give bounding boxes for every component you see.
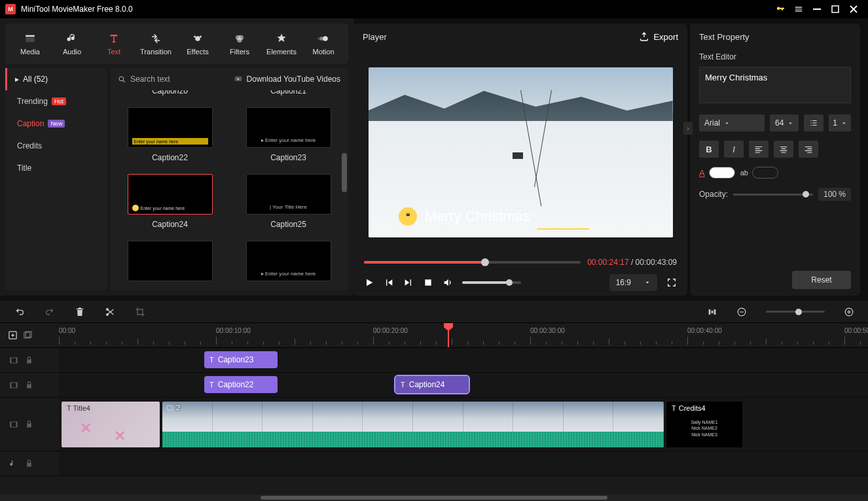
next-frame-button[interactable] [403, 277, 414, 288]
maximize-icon[interactable] [826, 0, 844, 18]
svg-point-10 [318, 37, 321, 41]
snap-button[interactable] [707, 307, 717, 317]
audio-track [0, 451, 868, 476]
category-title[interactable]: Title [5, 157, 107, 179]
minimize-icon[interactable] [808, 0, 826, 18]
lock-icon[interactable] [25, 459, 33, 468]
play-button[interactable] [364, 277, 374, 288]
lock-icon[interactable] [25, 356, 33, 364]
quote-icon: ❝ [399, 207, 417, 226]
timeline-clip-caption23[interactable]: TCaption23 [204, 351, 278, 368]
close-icon[interactable] [844, 0, 863, 18]
panel-collapse-icon[interactable]: › [683, 122, 693, 135]
text-editor-input[interactable] [699, 67, 851, 103]
align-left-button[interactable] [749, 141, 769, 158]
asset-thumb[interactable]: | Your Title HereCaption25 [238, 174, 339, 229]
reset-button[interactable]: Reset [792, 271, 851, 289]
license-key-icon[interactable] [771, 0, 789, 18]
highlight-color-control[interactable]: ab [740, 167, 778, 179]
asset-thumb[interactable]: Caption20 [119, 90, 221, 95]
svg-rect-20 [740, 311, 744, 312]
line-height-select[interactable]: 1 [829, 114, 851, 131]
category-credits[interactable]: Credits [5, 135, 107, 157]
asset-thumb[interactable]: ▸ Enter your name hereCaption23 [238, 107, 339, 162]
property-title: Text Property [699, 32, 750, 42]
crop-button[interactable] [135, 307, 145, 317]
align-right-button[interactable] [799, 141, 818, 158]
grid-scrollbar[interactable] [342, 153, 347, 192]
category-trending[interactable]: TrendingHot [5, 90, 107, 112]
asset-thumb[interactable]: Caption21 [238, 90, 339, 95]
add-track-button[interactable] [8, 330, 18, 340]
redo-button[interactable] [45, 307, 55, 317]
asset-thumb[interactable]: Enter your name hereCaption22 [119, 107, 221, 162]
font-size-select[interactable]: 64 [770, 114, 799, 131]
opacity-slider[interactable] [733, 194, 813, 196]
prev-frame-button[interactable] [384, 277, 394, 288]
svg-point-4 [200, 36, 202, 38]
library-panel: Media Audio Text Transition Effects Filt… [0, 18, 353, 296]
download-link[interactable]: Download YouTube Videos [234, 75, 340, 84]
category-caption[interactable]: CaptionNew [5, 112, 107, 135]
svg-rect-33 [10, 382, 12, 387]
export-button[interactable]: Export [639, 31, 678, 42]
tab-transition[interactable]: Transition [135, 26, 177, 61]
text-color-control[interactable]: A [699, 167, 735, 179]
bold-button[interactable]: B [699, 141, 719, 158]
lock-icon[interactable] [25, 420, 33, 428]
tab-effects[interactable]: Effects [177, 26, 219, 61]
tab-elements[interactable]: Elements [261, 26, 302, 61]
preview-video[interactable]: ❝ Merry Christmas [369, 67, 673, 237]
font-select[interactable]: Arial [699, 114, 765, 131]
align-center-button[interactable] [774, 141, 793, 158]
category-all[interactable]: ▸ All (52) [5, 68, 107, 90]
tab-audio[interactable]: Audio [51, 26, 93, 61]
svg-rect-13 [425, 279, 431, 285]
svg-rect-38 [167, 406, 172, 409]
stop-button[interactable] [423, 277, 433, 288]
seek-bar[interactable] [364, 261, 581, 264]
split-button[interactable] [105, 307, 115, 317]
svg-rect-34 [16, 382, 18, 387]
fullscreen-button[interactable] [666, 277, 677, 288]
video-track-icon [9, 381, 18, 390]
timeline-clip-title4[interactable]: T Title4 [62, 402, 160, 447]
video-track-icon [9, 420, 18, 429]
text-editor-label: Text Editor [699, 52, 851, 61]
tab-filters[interactable]: Filters [219, 26, 261, 61]
svg-point-2 [195, 36, 200, 41]
undo-button[interactable] [14, 307, 25, 317]
line-spacing-icon[interactable] [804, 114, 823, 131]
volume-icon[interactable] [443, 277, 453, 288]
titlebar: M MiniTool MovieMaker Free 8.0.0 [0, 0, 868, 18]
opacity-value: 100 % [818, 188, 851, 201]
volume-slider[interactable] [462, 281, 521, 284]
zoom-out-button[interactable] [737, 307, 746, 317]
zoom-slider[interactable] [766, 311, 825, 313]
delete-button[interactable] [75, 307, 85, 317]
aspect-ratio-select[interactable]: 16:9 [609, 274, 657, 291]
text-track-2: TCaption22 TCaption24 [0, 373, 868, 398]
timeline-clip-video[interactable]: 2 [162, 402, 664, 447]
timeline-clip-caption22[interactable]: TCaption22 [204, 376, 278, 393]
tab-motion[interactable]: Motion [302, 26, 344, 61]
video-track-icon [9, 356, 18, 365]
menu-icon[interactable] [789, 0, 808, 18]
asset-thumb[interactable]: Enter your name hereCaption24 [119, 174, 221, 229]
zoom-in-button[interactable] [844, 307, 854, 317]
stack-tracks-button[interactable] [23, 330, 33, 340]
search-input[interactable]: Search text [118, 75, 170, 84]
timeline-hscroll[interactable] [0, 494, 868, 501]
lock-icon[interactable] [25, 381, 33, 389]
time-display: 00:00:24:17 / 00:00:43:09 [587, 258, 677, 267]
tab-media[interactable]: Media [9, 26, 51, 61]
asset-thumb[interactable] [119, 241, 221, 281]
timeline-clip-credits4[interactable]: T Credits4 Sally NAME1Nick NAME2Nick NAM… [666, 402, 742, 447]
svg-rect-16 [709, 309, 711, 315]
italic-button[interactable]: I [724, 141, 744, 158]
playhead[interactable] [448, 323, 449, 347]
tab-text[interactable]: Text [93, 26, 135, 61]
timeline-clip-caption24[interactable]: TCaption24 [395, 376, 469, 393]
asset-thumb[interactable]: ▸ Enter your name here [238, 241, 339, 281]
svg-point-7 [237, 38, 242, 43]
